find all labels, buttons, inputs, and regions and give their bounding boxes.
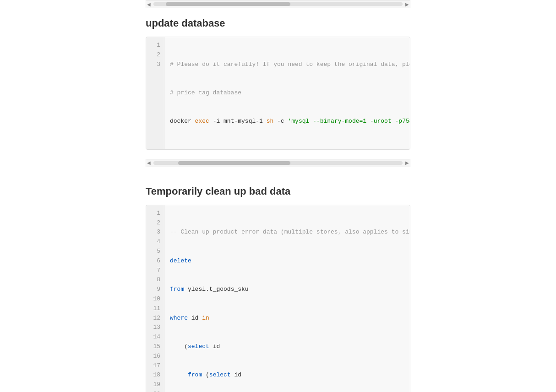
line-num: 1 bbox=[146, 41, 164, 50]
token: id bbox=[209, 343, 220, 350]
code-line-1: # Please do it carefully! If you need to… bbox=[170, 60, 410, 70]
line-num: 2 bbox=[146, 50, 164, 60]
line-num: 14 bbox=[146, 332, 164, 342]
scrollbar-track[interactable] bbox=[153, 2, 403, 6]
code-text-clean-data: -- Clean up product error data (multiple… bbox=[164, 205, 410, 392]
scroll-left-arrow[interactable]: ◀ bbox=[146, 1, 152, 7]
line-num: 5 bbox=[146, 247, 164, 256]
line-numbers-clean-data: 1 2 3 4 5 6 7 8 9 10 11 12 13 14 15 16 1… bbox=[146, 205, 164, 392]
scrollbar-thumb bbox=[166, 2, 290, 6]
line-num: 6 bbox=[146, 256, 164, 266]
section-title-clean-data: Temporarily clean up bad data bbox=[0, 176, 556, 205]
line-num: 2 bbox=[146, 218, 164, 228]
scroll-left-arrow-2[interactable]: ◀ bbox=[146, 160, 152, 166]
code-block-update-db: 1 2 3 # Please do it carefully! If you n… bbox=[146, 37, 410, 150]
code-content-clean-data: 1 2 3 4 5 6 7 8 9 10 11 12 13 14 15 16 1… bbox=[146, 205, 410, 392]
code-line-3: docker exec -i mnt-mysql-1 sh -c 'mysql … bbox=[170, 117, 410, 126]
line-num: 12 bbox=[146, 314, 164, 323]
token bbox=[170, 371, 188, 378]
line-num: 19 bbox=[146, 380, 164, 390]
token: from bbox=[188, 371, 202, 378]
code-line-c5: (select id bbox=[170, 342, 410, 352]
token: select bbox=[209, 371, 231, 378]
line-num: 20 bbox=[146, 390, 164, 392]
token: sh bbox=[267, 118, 274, 125]
section-title-update-db: update database bbox=[0, 8, 556, 37]
line-num: 4 bbox=[146, 237, 164, 247]
line-num: 3 bbox=[146, 228, 164, 237]
code-line-c4: where id in bbox=[170, 314, 410, 323]
token: where bbox=[170, 315, 188, 321]
bottom-scrollbar-1[interactable]: ◀ ▶ bbox=[146, 159, 410, 167]
code-line-c3: from ylesl.t_goods_sku bbox=[170, 285, 410, 294]
line-num: 1 bbox=[146, 209, 164, 218]
code-line-c6: from (select id bbox=[170, 370, 410, 380]
scrollbar-thumb-2 bbox=[178, 161, 290, 165]
token: -c bbox=[273, 118, 288, 125]
line-num: 7 bbox=[146, 266, 164, 276]
line-num: 3 bbox=[146, 60, 164, 70]
line-num: 8 bbox=[146, 275, 164, 285]
code-line-c1: -- Clean up product error data (multiple… bbox=[170, 228, 410, 237]
token: id bbox=[231, 371, 241, 378]
page-container: ◀ ▶ update database 1 2 3 # Please do it… bbox=[0, 0, 556, 392]
code-text-update-db: # Please do it carefully! If you need to… bbox=[164, 37, 410, 149]
line-numbers-update-db: 1 2 3 bbox=[146, 37, 164, 149]
token: ( bbox=[170, 343, 188, 350]
code-content-update-db: 1 2 3 # Please do it carefully! If you n… bbox=[146, 37, 410, 149]
token: 'mysql --binary-mode=1 -uroot -p758b0248 bbox=[288, 118, 410, 125]
code-line-c2: delete bbox=[170, 256, 410, 266]
line-num: 13 bbox=[146, 323, 164, 332]
token: -i mnt-mysql-1 bbox=[209, 118, 267, 125]
line-num: 17 bbox=[146, 361, 164, 371]
token: ( bbox=[202, 371, 209, 378]
line-num: 9 bbox=[146, 285, 164, 294]
token: select bbox=[188, 343, 209, 350]
token: docker bbox=[170, 118, 195, 125]
line-num: 15 bbox=[146, 342, 164, 352]
token: # price tag database bbox=[170, 89, 241, 96]
token: in bbox=[202, 315, 209, 321]
line-num: 10 bbox=[146, 294, 164, 304]
token: from bbox=[170, 286, 184, 293]
scroll-right-arrow[interactable]: ▶ bbox=[404, 1, 410, 7]
top-scrollbar[interactable]: ◀ ▶ bbox=[146, 0, 410, 8]
code-line-2: # price tag database bbox=[170, 88, 410, 98]
line-num: 16 bbox=[146, 352, 164, 361]
token: -- Clean up product error data (multiple… bbox=[170, 229, 410, 235]
token: delete bbox=[170, 257, 191, 264]
code-block-clean-data: 1 2 3 4 5 6 7 8 9 10 11 12 13 14 15 16 1… bbox=[146, 205, 410, 392]
line-num: 11 bbox=[146, 304, 164, 314]
token: ylesl.t_goods_sku bbox=[184, 286, 248, 293]
token: exec bbox=[195, 118, 209, 125]
token: id bbox=[188, 315, 202, 321]
scrollbar-track-2[interactable] bbox=[153, 161, 403, 165]
token: # Please do it carefully! If you need to… bbox=[170, 61, 410, 68]
line-num: 18 bbox=[146, 370, 164, 380]
scroll-right-arrow-2[interactable]: ▶ bbox=[404, 160, 410, 166]
